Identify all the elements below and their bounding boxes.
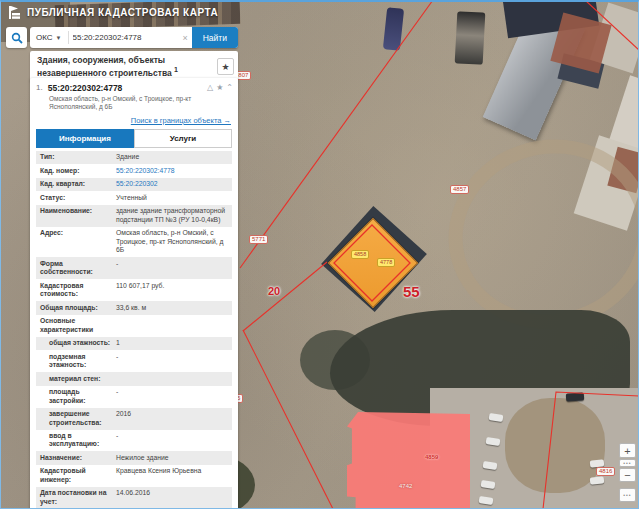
detail-row: Назначение:Нежилое здание: [36, 451, 232, 464]
detail-label: Основные характеристики: [40, 317, 116, 334]
detail-row: Кад. квартал:55:20:220302: [36, 178, 232, 191]
car: [566, 392, 585, 401]
quarter-number-label: 55: [403, 283, 420, 300]
detail-value: 2016: [116, 410, 229, 427]
detail-value: Нежилое здание: [116, 454, 229, 462]
detail-label: Форма собственности:: [40, 260, 116, 277]
detail-value: Омская область, р-н Омский, с Троицкое, …: [116, 229, 229, 254]
zoom-in-button[interactable]: +: [619, 443, 636, 458]
tab-information[interactable]: Информация: [36, 129, 134, 148]
parcel-number-tag[interactable]: 5771: [249, 235, 268, 244]
detail-label: подземная этажность:: [40, 353, 116, 370]
detail-value-link[interactable]: 55:20:220302: [116, 180, 229, 188]
detail-row: Кадастровый инженер:Кравцева Ксения Юрье…: [36, 465, 232, 487]
parcel-number-tag[interactable]: 4857: [450, 185, 469, 194]
detail-label: Кадастровая стоимость:: [40, 282, 116, 299]
car: [590, 476, 605, 484]
pkk-logo-icon: [8, 5, 21, 20]
detail-label: Дата постановки на учет:: [40, 489, 116, 506]
detail-value: -: [116, 432, 229, 449]
detail-value: -: [116, 388, 229, 405]
detail-row: Дата постановки на учет:14.06.2016: [36, 487, 232, 509]
detail-row: площадь застройки:-: [36, 386, 232, 408]
detail-row: материал стен:: [36, 372, 232, 385]
detail-value: Учтенный: [116, 194, 229, 202]
search-bar: ОКС ▼ × Найти: [30, 27, 238, 48]
chevron-down-icon: ▼: [56, 35, 62, 41]
zoom-out-button[interactable]: −: [619, 468, 636, 482]
favorites-button[interactable]: ★: [217, 58, 234, 75]
parcel-number-tag[interactable]: 4742: [397, 483, 414, 490]
info-tabs: Информация Услуги: [36, 129, 232, 148]
detail-row: Тип:Здание: [36, 151, 232, 164]
detail-value: Здание: [116, 153, 229, 161]
detail-value: Кравцева Ксения Юрьевна: [116, 467, 229, 484]
detail-label: Назначение:: [40, 454, 116, 462]
parcel-number-tag[interactable]: 4858: [351, 250, 369, 259]
parcel-number-tag[interactable]: 4778: [377, 258, 395, 267]
result-index: 1.: [36, 83, 43, 92]
app-header: ПУБЛИЧНАЯ КАДАСТРОВАЯ КАРТА: [0, 0, 639, 24]
detail-label: общая этажность:: [40, 339, 116, 347]
report-icon[interactable]: △: [207, 83, 213, 92]
detail-label: материал стен:: [40, 375, 116, 383]
detail-row: общая этажность:1: [36, 337, 232, 350]
clear-search-icon[interactable]: ×: [178, 33, 191, 43]
search-icon: [11, 32, 23, 44]
detail-label: Кад. номер:: [40, 167, 116, 175]
details-table: Тип:ЗданиеКад. номер:55:20:220302:4778Ка…: [36, 151, 232, 509]
star-icon: ★: [221, 62, 229, 72]
parcel-number-tag[interactable]: 4859: [423, 454, 440, 461]
detail-label: Статус:: [40, 194, 116, 202]
detail-row: Кадастровая стоимость:110 607,17 руб.: [36, 279, 232, 301]
detail-row: ввод в эксплуатацию:-: [36, 430, 232, 452]
collapse-icon[interactable]: ⌃: [226, 83, 233, 92]
search-button[interactable]: [6, 27, 27, 48]
find-button[interactable]: Найти: [192, 27, 238, 48]
detail-row: Наименование:здание здание трансформатор…: [36, 205, 232, 227]
search-category-value: ОКС: [36, 33, 53, 42]
zoom-options-strip[interactable]: •••: [619, 459, 636, 467]
detail-value: 1: [116, 339, 229, 347]
detail-value: здание здание трансформаторной подстанци…: [116, 207, 229, 224]
app-title: ПУБЛИЧНАЯ КАДАСТРОВАЯ КАРТА: [27, 7, 218, 18]
quarter-number-label: 20: [268, 285, 280, 297]
detail-row: завершение строительства:2016: [36, 408, 232, 430]
star-icon[interactable]: ★: [216, 83, 223, 92]
detail-value: [116, 317, 229, 334]
detail-label: Наименование:: [40, 207, 116, 224]
detail-label: площадь застройки:: [40, 388, 116, 405]
detail-label: Кадастровый инженер:: [40, 467, 116, 484]
result-item-header: 1. 55:20:220302:4778 △ ★ ⌃: [30, 78, 238, 93]
highlighted-building-pink[interactable]: [347, 412, 470, 509]
tab-services[interactable]: Услуги: [134, 129, 232, 148]
detail-row: Общая площадь:33,6 кв. м: [36, 301, 232, 314]
detail-label: Кад. квартал:: [40, 180, 116, 188]
detail-row: Адрес:Омская область, р-н Омский, с Трои…: [36, 227, 232, 257]
result-actions: △ ★ ⌃: [207, 83, 233, 92]
detail-row: подземная этажность:-: [36, 350, 232, 372]
detail-value: -: [116, 353, 229, 370]
search-in-bounds-link[interactable]: Поиск в границах объекта →: [30, 112, 238, 129]
results-heading: Здания, сооружения, объекты незавершенно…: [37, 55, 213, 78]
detail-value: 33,6 кв. м: [116, 304, 229, 312]
more-tools-button[interactable]: •••: [619, 488, 636, 502]
detail-value: 110 607,17 руб.: [116, 282, 229, 299]
search-input[interactable]: [69, 33, 179, 42]
detail-label: Тип:: [40, 153, 116, 161]
detail-row: Основные характеристики: [36, 315, 232, 337]
detail-value: 14.06.2016: [116, 489, 229, 506]
results-heading-sup: 1: [174, 66, 178, 74]
parcel-number-tag[interactable]: 4816: [596, 467, 615, 476]
detail-label: ввод в эксплуатацию:: [40, 432, 116, 449]
detail-label: завершение строительства:: [40, 410, 116, 427]
result-cadastral-number: 55:20:220302:4778: [48, 83, 207, 93]
search-category-select[interactable]: ОКС ▼: [30, 33, 68, 42]
results-heading-text: Здания, сооружения, объекты незавершенно…: [37, 55, 172, 77]
detail-value: -: [116, 260, 229, 277]
detail-row: Форма собственности:-: [36, 257, 232, 279]
detail-value-link[interactable]: 55:20:220302:4778: [116, 167, 229, 175]
detail-value: [116, 375, 229, 383]
detail-row: Кад. номер:55:20:220302:4778: [36, 164, 232, 177]
detail-label: Общая площадь:: [40, 304, 116, 312]
